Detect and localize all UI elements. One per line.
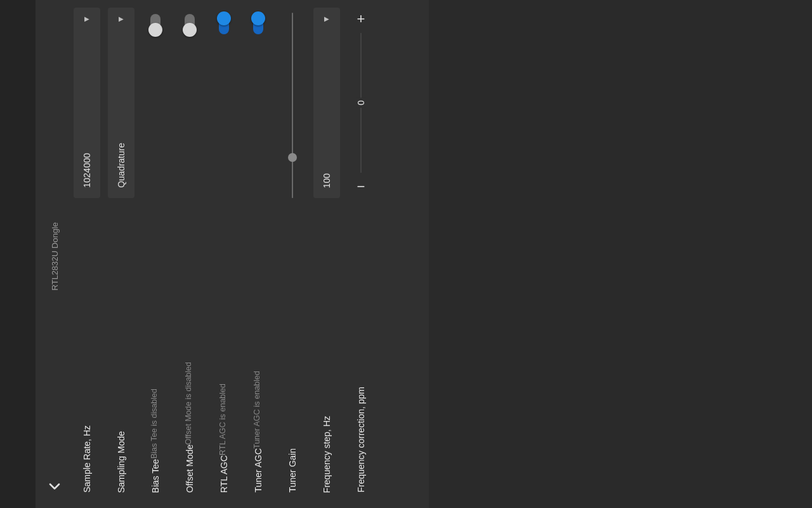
sampling-mode-dropdown[interactable]: ▶ Quadrature: [108, 8, 134, 198]
offset-mode-status: Offset Mode is disabled: [184, 362, 193, 444]
sample-rate-dropdown[interactable]: ▶ 1024000: [74, 8, 100, 198]
collapse-panel-button[interactable]: [46, 478, 63, 495]
tuner-gain-control: [279, 8, 306, 201]
offset-mode-labels: Offset Mode is disabled Offset Mode: [173, 362, 207, 495]
empty-area: [429, 0, 812, 508]
switch-thumb: [183, 23, 197, 37]
minus-icon: −: [357, 178, 365, 195]
offset-mode-label: Offset Mode: [185, 444, 195, 493]
freq-step-label: Frequency step, Hz: [322, 416, 332, 493]
freq-corr-setting: + 0 − Frequency correction, ppm: [344, 6, 378, 495]
bias-tee-label: Bias Tee: [150, 459, 160, 493]
rtl-agc-status: RTL AGC is enabled: [218, 384, 227, 455]
tuner-gain-slider[interactable]: [279, 10, 306, 201]
tuner-agc-setting: Tuner AGC is enabled Tuner AGC: [241, 6, 275, 495]
panel-title: RTL2832U Dongle: [50, 222, 60, 290]
dropdown-arrow-icon: ▶: [119, 15, 124, 22]
freq-corr-labels: Frequency correction, ppm: [344, 387, 378, 495]
rtl-agc-switch[interactable]: [219, 14, 229, 34]
switch-thumb: [148, 23, 162, 37]
bias-tee-setting: Bias Tee is disabled Bias Tee: [138, 6, 173, 495]
bias-tee-control: [142, 8, 169, 34]
sample-rate-setting: ▶ 1024000 Sample Rate, Hz: [70, 6, 104, 495]
plus-icon: +: [357, 11, 365, 27]
freq-step-labels: Frequency step, Hz: [310, 416, 344, 495]
freq-corr-increment-button[interactable]: +: [352, 10, 370, 28]
freq-step-setting: ▶ 100 Frequency step, Hz: [310, 6, 344, 495]
sample-rate-value: 1024000: [82, 153, 92, 188]
freq-corr-control: + 0 −: [348, 8, 374, 198]
freq-corr-label: Frequency correction, ppm: [356, 387, 366, 493]
settings-panel: RTL2832U Dongle ▶ 1024000 Sample Rate, H…: [36, 0, 429, 508]
freq-corr-decrement-button[interactable]: −: [352, 178, 370, 196]
dropdown-arrow-icon: ▶: [84, 15, 89, 22]
bias-tee-switch[interactable]: [150, 14, 160, 34]
tuner-gain-labels: Tuner Gain: [275, 448, 310, 495]
slider-thumb[interactable]: [288, 153, 297, 162]
sampling-mode-value: Quadrature: [116, 143, 126, 188]
chevron-down-icon: [46, 478, 63, 495]
stepper-track[interactable]: 0: [348, 28, 374, 178]
tuner-agc-status: Tuner AGC is enabled: [252, 371, 261, 449]
bias-tee-labels: Bias Tee is disabled Bias Tee: [138, 389, 173, 495]
rtl-agc-setting: RTL AGC is enabled RTL AGC: [207, 6, 241, 495]
tuner-gain-label: Tuner Gain: [287, 448, 298, 493]
freq-corr-value: 0: [356, 98, 366, 108]
sampling-mode-labels: Sampling Mode: [104, 431, 138, 495]
sample-rate-labels: Sample Rate, Hz: [70, 425, 104, 495]
freq-step-dropdown[interactable]: ▶ 100: [313, 8, 340, 198]
freq-step-value: 100: [322, 173, 332, 188]
freq-corr-stepper: + 0 −: [348, 8, 374, 198]
switch-thumb: [217, 11, 231, 25]
tuner-gain-setting: Tuner Gain: [275, 6, 310, 495]
panel-header: RTL2832U Dongle: [39, 6, 70, 495]
tuner-agc-control: [245, 8, 272, 34]
switch-thumb: [251, 11, 265, 25]
offset-mode-setting: Offset Mode is disabled Offset Mode: [173, 6, 207, 495]
rtl-agc-label: RTL AGC: [219, 455, 229, 493]
app-root: RTL2832U Dongle ▶ 1024000 Sample Rate, H…: [0, 0, 812, 508]
sampling-mode-label: Sampling Mode: [116, 431, 126, 493]
sample-rate-label: Sample Rate, Hz: [82, 425, 92, 493]
offset-mode-control: [176, 8, 203, 34]
dropdown-arrow-icon: ▶: [324, 15, 329, 22]
rtl-agc-labels: RTL AGC is enabled RTL AGC: [207, 384, 241, 495]
tuner-agc-switch[interactable]: [253, 14, 263, 34]
bias-tee-status: Bias Tee is disabled: [150, 389, 159, 458]
tuner-agc-label: Tuner AGC: [253, 448, 263, 493]
sampling-mode-setting: ▶ Quadrature Sampling Mode: [104, 6, 138, 495]
offset-mode-switch[interactable]: [185, 14, 195, 34]
left-sidebar: [0, 0, 36, 508]
rtl-agc-control: [211, 8, 237, 34]
slider-track: [292, 13, 293, 198]
tuner-agc-labels: Tuner AGC is enabled Tuner AGC: [241, 371, 275, 495]
